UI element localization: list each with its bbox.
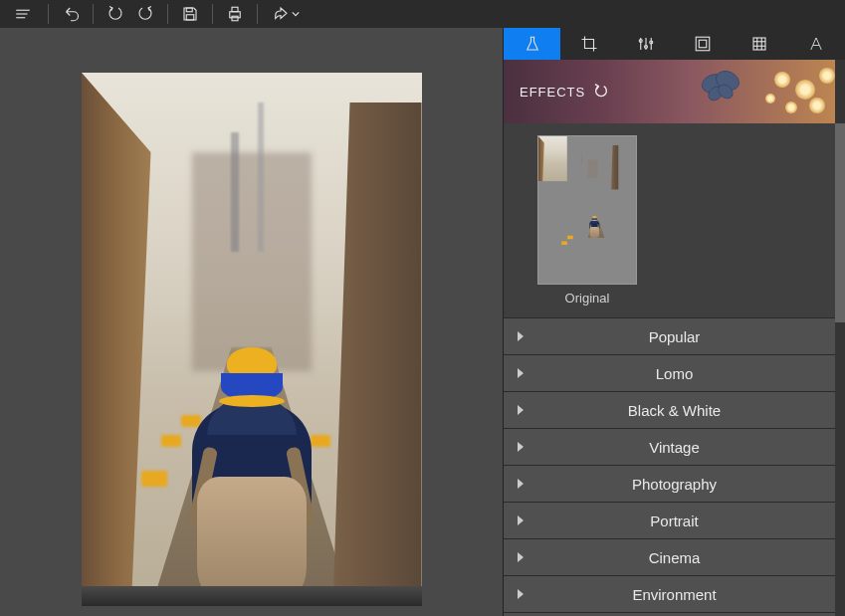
category-label: Vintage (504, 439, 845, 456)
side-panel: EFFECTS (503, 28, 845, 616)
category-vintage[interactable]: Vintage (504, 429, 845, 466)
texture-icon (750, 35, 768, 53)
category-label: Popular (504, 328, 845, 345)
side-tabs (504, 28, 845, 60)
svg-marker-30 (518, 515, 524, 525)
chevron-right-icon (518, 405, 526, 415)
separator (48, 4, 49, 24)
thumbnail-area: Original (504, 123, 845, 317)
chevron-right-icon (518, 331, 526, 341)
chevron-right-icon (518, 442, 526, 452)
svg-rect-6 (232, 7, 238, 12)
menu-icon (14, 5, 32, 23)
save-icon (181, 5, 199, 23)
chevron-right-icon (518, 552, 526, 562)
effects-header-label: EFFECTS (520, 84, 609, 100)
effects-header: EFFECTS (504, 60, 845, 123)
scrollbar-thumb[interactable] (835, 123, 845, 322)
separator (93, 4, 94, 24)
svg-marker-25 (518, 331, 524, 341)
svg-marker-31 (518, 552, 524, 562)
share-button[interactable] (266, 0, 306, 28)
tab-crop[interactable] (560, 28, 617, 60)
category-lomo[interactable]: Lomo (504, 355, 845, 392)
separator (212, 4, 213, 24)
chevron-down-icon (292, 10, 300, 18)
print-button[interactable] (221, 0, 249, 28)
redo-icon (136, 5, 154, 23)
chevron-right-icon (518, 515, 526, 525)
category-label: Lomo (504, 365, 845, 382)
thumbnail-label: Original (537, 291, 637, 306)
tab-text[interactable] (788, 28, 845, 60)
menu-button[interactable] (6, 0, 40, 28)
category-label: Black & White (504, 402, 845, 419)
undo-step-icon (106, 5, 124, 23)
tab-texture[interactable] (732, 28, 788, 60)
butterfly-icon (696, 66, 745, 105)
category-black-white[interactable]: Black & White (504, 392, 845, 429)
svg-rect-15 (699, 40, 707, 48)
svg-marker-32 (518, 589, 524, 599)
separator (167, 4, 168, 24)
redo-button[interactable] (131, 0, 159, 28)
svg-rect-14 (696, 37, 710, 51)
category-photography[interactable]: Photography (504, 466, 845, 503)
effects-title: EFFECTS (520, 85, 585, 100)
top-toolbar (0, 0, 845, 28)
main-photo (82, 73, 422, 606)
chevron-right-icon (518, 368, 526, 378)
svg-marker-29 (518, 479, 524, 489)
category-cinema[interactable]: Cinema (504, 539, 845, 576)
category-environment[interactable]: Environment (504, 576, 845, 613)
main-area: EFFECTS (0, 28, 845, 616)
sliders-icon (637, 35, 655, 53)
category-label: Environment (504, 586, 845, 603)
chevron-right-icon (518, 589, 526, 599)
undo-button[interactable] (57, 0, 85, 28)
flowers-decoration (745, 60, 845, 123)
category-label: Photography (504, 476, 845, 493)
chevron-right-icon (518, 479, 526, 489)
undo-icon (62, 5, 80, 23)
text-icon (807, 35, 825, 53)
svg-rect-4 (186, 15, 194, 20)
original-thumbnail[interactable]: Original (537, 135, 637, 306)
svg-rect-5 (230, 12, 241, 18)
tab-adjust[interactable] (617, 28, 674, 60)
crop-icon (580, 35, 598, 53)
separator (257, 4, 258, 24)
print-icon (226, 5, 244, 23)
category-popular[interactable]: Popular (504, 318, 845, 355)
reset-icon[interactable] (593, 84, 609, 100)
svg-rect-16 (753, 38, 765, 50)
category-label: Portrait (504, 513, 845, 529)
svg-rect-7 (232, 16, 238, 21)
effects-category-list: Popular Lomo Black & White Vintage Photo… (504, 317, 845, 616)
frame-icon (694, 35, 712, 53)
share-icon (272, 5, 290, 23)
category-label: Cinema (504, 549, 845, 566)
tab-frame[interactable] (675, 28, 732, 60)
svg-marker-27 (518, 405, 524, 415)
svg-marker-26 (518, 368, 524, 378)
flask-icon (524, 35, 541, 53)
category-portrait[interactable]: Portrait (504, 503, 845, 539)
undo2-button[interactable] (102, 0, 129, 28)
tab-effects[interactable] (504, 28, 560, 60)
save-button[interactable] (176, 0, 204, 28)
scrollbar[interactable] (835, 60, 845, 616)
svg-marker-28 (518, 442, 524, 452)
svg-rect-3 (186, 8, 192, 12)
canvas-area[interactable] (0, 28, 503, 616)
